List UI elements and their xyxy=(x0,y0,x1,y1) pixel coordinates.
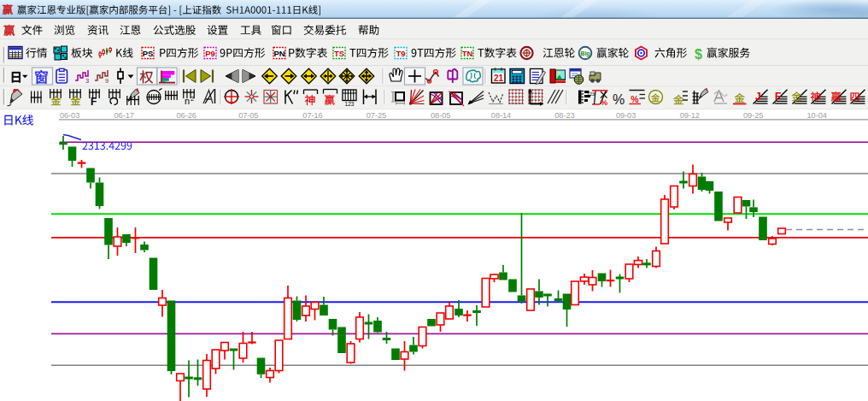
svg-text:123: 123 xyxy=(345,101,355,107)
svg-text:$: $ xyxy=(695,47,702,62)
svg-text:T9: T9 xyxy=(396,49,405,58)
svg-text:06-03: 06-03 xyxy=(60,111,79,120)
svg-text:PN: PN xyxy=(273,49,284,58)
svg-text:08-14: 08-14 xyxy=(491,111,511,120)
svg-text:2: 2 xyxy=(191,95,194,103)
svg-text:06-17: 06-17 xyxy=(114,111,134,120)
svg-text:07-25: 07-25 xyxy=(367,111,386,120)
svg-text:TN: TN xyxy=(462,49,473,58)
svg-text:9: 9 xyxy=(105,77,108,85)
svg-text:08-05: 08-05 xyxy=(431,111,450,120)
svg-text:%: % xyxy=(601,97,608,107)
svg-text:J: J xyxy=(755,91,761,103)
svg-text:F: F xyxy=(775,91,781,103)
svg-text:09-12: 09-12 xyxy=(680,111,700,120)
svg-text:%: % xyxy=(630,94,639,104)
svg-text:Big: Big xyxy=(581,50,590,57)
svg-text:n: n xyxy=(185,96,190,106)
svg-text:09-03: 09-03 xyxy=(616,111,636,120)
svg-text:09-25: 09-25 xyxy=(743,111,763,120)
svg-text:10-04: 10-04 xyxy=(807,111,827,120)
svg-text:07-16: 07-16 xyxy=(302,111,322,120)
svg-text:123: 123 xyxy=(587,91,595,97)
svg-text:08-23: 08-23 xyxy=(554,111,574,120)
svg-text:P9: P9 xyxy=(205,49,215,58)
svg-text:%: % xyxy=(613,92,625,107)
svg-text:PS: PS xyxy=(143,49,154,58)
svg-text:3: 3 xyxy=(85,77,89,85)
svg-text:06-26: 06-26 xyxy=(177,111,196,120)
svg-text:21: 21 xyxy=(494,74,504,83)
svg-text:F: F xyxy=(91,96,97,108)
svg-text:07-05: 07-05 xyxy=(238,111,258,120)
svg-text:TS: TS xyxy=(334,49,344,58)
